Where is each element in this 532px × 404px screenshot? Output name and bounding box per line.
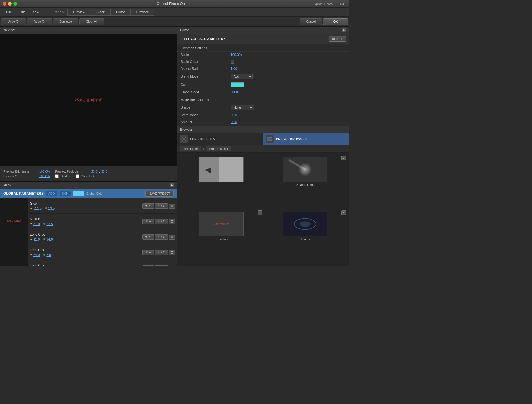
broadway-remove[interactable]: ✕ [258,210,262,215]
tab-stack[interactable]: Stack [91,9,110,16]
preset-browser-label: PRESET BROWSER [276,137,307,141]
duplicate-button[interactable]: Duplicate [53,18,78,25]
scale-offset-checkbox[interactable] [231,60,234,64]
remove-button-multi-iris[interactable]: X [169,219,175,224]
remove-button-lens-orbs-3[interactable]: X [169,266,175,266]
brightness-value[interactable]: 100.0% [39,170,50,173]
panels-label: Panels: [53,10,67,14]
list-item[interactable]: ◀ .. [180,155,263,209]
list-item: Glow ✦ 111.0 ❄ 13.5 [0,198,177,214]
multi-iris-brightness: ✦ 31.0 [30,222,40,226]
list-item: Lens Orbs ✦ 64.5 ❄ 3.5 [0,260,177,266]
solo-button-glow[interactable]: SOLO [155,203,168,209]
solo-button-lens-orbs-2[interactable]: SOLO [155,250,168,255]
tab-lens-objects[interactable]: LENS OBJECTS [177,133,263,145]
start-range-value[interactable]: 25.0 [231,113,237,117]
show-bg-checkbox[interactable] [76,174,79,178]
menu-file[interactable]: File [3,9,15,15]
shape-select[interactable]: None Rectangle Oval [231,105,254,110]
lens-orbs-2-brightness-value[interactable]: 59.0 [33,253,40,257]
list-item[interactable]: 不显示缩略图 ✕ Broadway [180,209,263,264]
list-item[interactable]: ✕ Search Light [263,155,347,209]
glow-brightness-value[interactable]: 111.0 [33,207,42,210]
start-range-control: 25.0 [231,113,346,117]
stack-items-list: Glow ✦ 111.0 ❄ 13.5 [0,198,177,266]
scale-param-value[interactable]: 100.0% [231,53,242,57]
scale-value[interactable]: 100.0% [39,174,50,178]
hide-button-lens-orbs-2[interactable]: HIDE [142,250,154,255]
clear-all-button[interactable]: Clear All [79,18,104,25]
remove-button-lens-orbs-1[interactable]: X [169,235,175,240]
guides-checkbox[interactable] [55,174,59,178]
lens-orbs-2-size-value[interactable]: 5.0 [46,253,51,257]
list-item: Lens Orbs ✦ 41.0 ❄ 94.0 [0,229,177,245]
menu-edit[interactable]: Edit [15,9,28,15]
solo-button-lens-orbs-3[interactable]: SOLO [155,265,168,266]
multi-iris-brightness-value[interactable]: 31.0 [33,222,40,226]
menu-view[interactable]: View [28,9,42,15]
breadcrumb-pro-presets[interactable]: Pro_Presets 1 [206,146,231,151]
breadcrumb-lens-flares[interactable]: Lens Flares [180,146,201,151]
hide-button-glow[interactable]: HIDE [142,203,154,209]
matte-box-label: Matte Box Controls [177,96,349,103]
solo-button-lens-orbs-1[interactable]: SOLO [155,234,168,240]
param-shape-row: Shape None Rectangle Oval [177,103,349,112]
position-x[interactable]: 30.0 [91,170,97,173]
browser-tabs: LENS OBJECTS PRESET BROWSER [177,133,349,145]
param-blend-mode-row: Blend Mode Add Screen Normal Multiply [177,72,349,81]
stack-global-left: GLOBAL PARAMETERS ADD SCN Global Color [3,191,103,196]
redo-button[interactable]: Redo (0) [27,18,52,25]
lens-orbs-1-brightness: ✦ 41.0 [30,238,40,241]
tab-editor[interactable]: Editor [110,9,130,16]
global-seed-value[interactable]: 5000 [231,90,238,94]
editor-title: Editor [180,28,189,32]
item-thumb-glow [0,198,28,214]
position-y[interactable]: 30.0 [101,170,107,173]
hide-button-lens-orbs-1[interactable]: HIDE [142,234,154,240]
item-thumb-lens-orbs-1 [0,229,28,245]
remove-button-glow[interactable]: X [169,204,175,209]
broadway-no-thumb: 不显示缩略图 [213,222,230,226]
cancel-button[interactable]: Cancel [300,18,322,25]
list-item[interactable]: ✕ Spectra [263,209,347,264]
reset-button[interactable]: RESET [329,36,346,42]
blend-mode-select[interactable]: Add Screen Normal Multiply [231,74,253,79]
glow-size-value[interactable]: 13.5 [48,207,55,210]
global-color-swatch[interactable] [73,191,84,196]
amount-value[interactable]: 25.0 [231,120,237,124]
item-name-lens-orbs-3: Lens Orbs [30,264,140,266]
hide-button-multi-iris[interactable]: HIDE [142,219,154,224]
multi-iris-size-value[interactable]: 22.5 [46,222,53,226]
remove-button-lens-orbs-2[interactable]: X [169,250,175,255]
preview-row-1: Preview Brightness 100.0% Preview Positi… [3,169,174,173]
tab-preset-browser[interactable]: PRESET BROWSER [263,133,349,145]
undo-button[interactable]: Undo (0) [1,18,26,25]
hide-button-lens-orbs-3[interactable]: HIDE [142,265,154,266]
tab-browser[interactable]: Browser [130,9,154,16]
param-global-seed-row: Global Seed 5000 [177,89,349,96]
ok-button[interactable]: OK [323,18,348,25]
lens-orbs-1-brightness-value[interactable]: 41.0 [33,238,40,241]
glow-size: ❄ 13.5 [45,207,55,210]
titlebar: Optical Flares Options Optical Flares 1.… [0,0,349,8]
position-separator: , [98,169,100,173]
stack-collapse-button[interactable]: ▶ [170,183,174,187]
minimize-button[interactable] [8,2,12,6]
close-button[interactable] [3,2,6,6]
save-preset-button[interactable]: SAVE PRESET [145,191,174,197]
solo-button-multi-iris[interactable]: SOLO [155,219,168,224]
aspect-ratio-value[interactable]: 1.00 [231,67,237,71]
maximize-button[interactable] [13,2,17,6]
lens-orbs-1-size-value[interactable]: 94.0 [46,238,53,241]
item-actions-multi-iris: HIDE SOLO X [142,219,177,224]
preview-canvas: 不显示预览结果 [0,34,177,166]
search-light-remove[interactable]: ✕ [341,156,346,160]
spectra-remove[interactable]: ✕ [341,210,346,215]
stack-add-button[interactable]: ADD [46,191,57,196]
broadway-label: Broadway [215,238,228,241]
tab-preview[interactable]: Preview [67,9,91,16]
editor-collapse-button[interactable]: ▶ [342,28,346,32]
panels-section: Panels: Preview Stack Editor Browser [53,9,154,16]
stack-scn-button[interactable]: SCN [60,191,71,196]
color-swatch[interactable] [231,82,244,87]
